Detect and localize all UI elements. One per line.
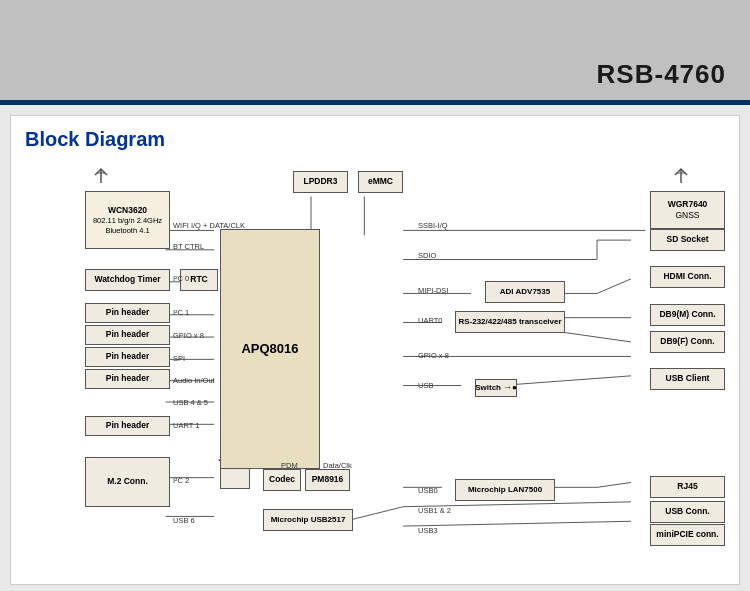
wcn3620-label: WCN3620: [93, 205, 162, 216]
wcn3620-box: WCN3620 802.11 b/g/n 2.4GHzBluetooth 4.1: [85, 191, 170, 249]
usb2517-box: Microchip USB2517: [263, 509, 353, 531]
pin-header-4: Pin header: [85, 369, 170, 389]
rs485-label: RS-232/422/485 transceiver: [458, 317, 561, 327]
lpddr3-label: LPDDR3: [303, 176, 337, 187]
emmc-box: eMMC: [358, 171, 403, 193]
bt-ctrl-label: BT CTRL: [173, 242, 204, 251]
i2c1-label: I²C 1: [173, 308, 189, 317]
usb3-label: USB3: [418, 526, 438, 535]
usb-label: USB: [418, 381, 433, 390]
pin-header-4-label: Pin header: [106, 373, 149, 384]
usb6-label: USB 6: [173, 516, 195, 525]
blue-stripe: [0, 100, 750, 105]
m2-label: M.2 Conn.: [107, 476, 148, 487]
db9f-box: DB9(F) Conn.: [650, 331, 725, 353]
sd-socket-box: SD Socket: [650, 229, 725, 251]
pin-header-2-label: Pin header: [106, 329, 149, 340]
pin-header-3: Pin header: [85, 347, 170, 367]
ssbi-label: SSBI-I/Q: [418, 221, 448, 230]
hdmi-box: HDMI Conn.: [650, 266, 725, 288]
adi-label: ADI ADV7535: [500, 287, 550, 297]
product-title: RSB-4760: [597, 59, 726, 90]
lan7500-box: Microchip LAN7500: [455, 479, 555, 501]
watchdog-label: Watchdog Timer: [94, 274, 160, 285]
emmc-label: eMMC: [368, 176, 393, 187]
db9f-label: DB9(F) Conn.: [660, 336, 714, 347]
rtc-label: RTC: [190, 274, 207, 285]
minipcie-box: miniPCIE conn.: [650, 524, 725, 546]
m2-box: M.2 Conn.: [85, 457, 170, 507]
pm8916-box: PM8916: [305, 469, 350, 491]
antenna-gnss: [673, 161, 689, 185]
rs485-box: RS-232/422/485 transceiver: [455, 311, 565, 333]
wgr7640-label: WGR7640: [668, 199, 708, 210]
usb-conn-label: USB Conn.: [665, 506, 709, 517]
diagram: WCN3620 802.11 b/g/n 2.4GHzBluetooth 4.1…: [25, 161, 725, 581]
pin-header-5: Pin header: [85, 416, 170, 436]
switch-box: Switch → ●: [475, 379, 517, 397]
usb12-label: USB1 & 2: [418, 506, 451, 515]
usb-client-label: USB Client: [666, 373, 710, 384]
gnss-label: GNSS: [668, 210, 708, 221]
db9m-label: DB9(M) Conn.: [659, 309, 715, 320]
pin-header-1-label: Pin header: [106, 307, 149, 318]
uart1-label: UART 1: [173, 421, 199, 430]
dataclk-label: Data/Clk: [323, 461, 352, 470]
rj45-box: RJ45: [650, 476, 725, 498]
pin-header-3-label: Pin header: [106, 351, 149, 362]
usb45-label: USB 4 & 5: [173, 398, 208, 407]
lpddr3-box: LPDDR3: [293, 171, 348, 193]
minipcie-label: miniPCIE conn.: [656, 529, 718, 540]
switch-label: Switch: [475, 383, 501, 393]
mipi-label: MIPI-DSI: [418, 286, 448, 295]
watchdog-box: Watchdog Timer: [85, 269, 170, 291]
top-bar: RSB-4760: [0, 0, 750, 100]
i2c2-label: I²C 2: [173, 476, 189, 485]
codec-box: Codec: [263, 469, 301, 491]
sdio-label: SDIO: [418, 251, 436, 260]
usb-client-box: USB Client: [650, 368, 725, 390]
uart0-label: UART0: [418, 316, 442, 325]
wifi-io-label: WIFI I/Q + DATA/CLK: [173, 221, 245, 230]
pin-header-5-label: Pin header: [106, 420, 149, 431]
wgr7640-box: WGR7640 GNSS: [650, 191, 725, 229]
apq8016-box: APQ8016: [220, 229, 320, 469]
pdm-label: PDM: [281, 461, 298, 470]
adi-box: ADI ADV7535: [485, 281, 565, 303]
spi-label: SPI: [173, 354, 185, 363]
usb2517-label: Microchip USB2517: [271, 515, 346, 525]
db9m-box: DB9(M) Conn.: [650, 304, 725, 326]
pin-header-2: Pin header: [85, 325, 170, 345]
sd-socket-label: SD Socket: [666, 234, 708, 245]
audio-label: Audio In/Out: [173, 376, 215, 385]
pin-header-1: Pin header: [85, 303, 170, 323]
content-area: Block Diagram: [10, 115, 740, 585]
lan7500-label: Microchip LAN7500: [468, 485, 542, 495]
usb-conn-box: USB Conn.: [650, 501, 725, 523]
pm8916-label: PM8916: [312, 474, 344, 485]
i2c0-label: I²C 0: [173, 274, 189, 283]
gpio-right-label: GPIO x 8: [418, 351, 449, 360]
svg-line-19: [597, 279, 631, 294]
wcn3620-desc: 802.11 b/g/n 2.4GHzBluetooth 4.1: [93, 216, 162, 236]
codec-label: Codec: [269, 474, 295, 485]
svg-line-26: [500, 376, 631, 386]
diagram-title: Block Diagram: [25, 128, 725, 151]
antenna-wifi: [93, 161, 109, 185]
usb0-label: USB0: [418, 486, 438, 495]
rj45-label: RJ45: [677, 481, 697, 492]
hdmi-label: HDMI Conn.: [663, 271, 711, 282]
gpio-left-label: GPIO x 8: [173, 331, 204, 340]
apq8016-label: APQ8016: [241, 341, 298, 358]
svg-line-30: [597, 482, 631, 487]
